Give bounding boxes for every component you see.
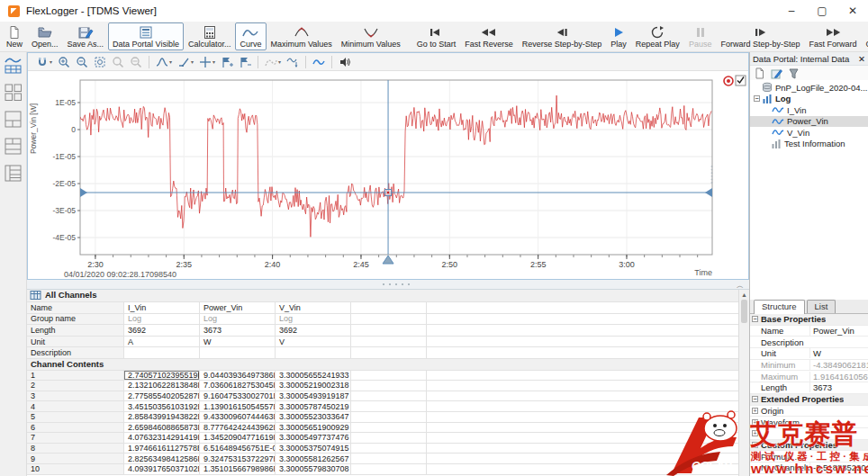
table-cell[interactable]: 7.03606182753045E-06	[200, 381, 276, 391]
table-cell[interactable]: 9.04403936497386E-06	[200, 371, 276, 381]
tree-item-log[interactable]: −Log	[750, 94, 868, 105]
dropdown-arrow-icon[interactable]: ▾	[169, 58, 172, 65]
table-cell[interactable]: 3.45150356103192E-06	[124, 401, 200, 411]
tab-list[interactable]: List	[807, 300, 836, 313]
dropdown-arrow-icon[interactable]: ▾	[50, 58, 52, 65]
tab-structure[interactable]: Structure	[754, 300, 805, 314]
go-to-end-button[interactable]: Go to End	[861, 22, 868, 50]
expander-minus-icon[interactable]: −	[754, 95, 760, 102]
table-cell[interactable]: 3.30005579830708	[276, 464, 351, 474]
chart-tool-cross-icon[interactable]: ▾	[199, 56, 215, 68]
save-as-button[interactable]: Save As...	[63, 22, 109, 50]
chart-tool-zoom-fit-icon[interactable]	[94, 56, 106, 68]
cursor-right-arrow-icon[interactable]	[705, 188, 712, 197]
data-portal-visible-button[interactable]: Data Portal Visible	[108, 22, 184, 50]
table-cell[interactable]: I_Vin	[124, 302, 200, 313]
table-cell[interactable]: 9.43300960744463E-06	[200, 412, 276, 422]
table-cell[interactable]: W	[200, 337, 276, 347]
table-cell[interactable]: 3.30005655241933	[276, 371, 351, 381]
table-cell[interactable]	[351, 314, 427, 325]
table-cell[interactable]: Log	[124, 314, 200, 325]
table-cell[interactable]	[351, 454, 427, 463]
table-cell[interactable]: 1.97466161127578E-06	[124, 444, 200, 454]
waveform-table-view-icon[interactable]	[4, 56, 23, 76]
table-cell[interactable]: 1.13901615054557E-05	[200, 401, 276, 411]
table-cell[interactable]	[351, 381, 427, 391]
table-cell[interactable]	[276, 347, 351, 358]
table-cell[interactable]: 3.30005493919187	[276, 391, 351, 401]
table-cell[interactable]: 3673	[200, 325, 276, 336]
expander-plus-icon[interactable]: +	[752, 408, 758, 414]
table-cell[interactable]: 2.13210622813848E-06	[124, 381, 200, 391]
cursor-left-arrow-icon[interactable]	[80, 188, 87, 197]
edit-icon[interactable]	[771, 67, 782, 79]
table-cell[interactable]	[351, 337, 427, 347]
table-cell[interactable]: 3.30005375074915	[276, 444, 351, 454]
table-cell[interactable]	[351, 444, 427, 454]
table-cell[interactable]: 2.74057102395519E-06	[124, 371, 200, 381]
table-cell[interactable]: 3692	[124, 325, 200, 336]
table-cell[interactable]: 2.77585540205287E-06	[124, 391, 200, 401]
expander-minus-icon[interactable]: −	[752, 396, 758, 402]
table-cell[interactable]: 2.82563498412586E-06	[124, 454, 200, 463]
repeat-play-button[interactable]: Repeat Play	[631, 22, 684, 50]
table-cell[interactable]: 9.16047533002701E-06	[200, 391, 276, 401]
table-cell[interactable]: 4.09391765037102E-06	[124, 464, 200, 474]
chart-tool-flag-plus-icon[interactable]	[221, 56, 233, 68]
table-cell[interactable]	[351, 423, 427, 433]
list-view-icon[interactable]	[4, 164, 23, 184]
data-portal-close-icon[interactable]: ✕	[858, 54, 865, 64]
table-cell[interactable]: 3.30005787450219	[276, 401, 351, 411]
table-cell[interactable]: Log	[276, 314, 351, 325]
tree-item-v-vin[interactable]: V_Vin	[750, 127, 868, 139]
table-cell[interactable]: Log	[200, 314, 276, 325]
tree-item-i-vin[interactable]: I_Vin	[750, 104, 868, 116]
play-button[interactable]: Play	[606, 22, 631, 50]
expander-minus-icon[interactable]: −	[752, 316, 758, 322]
chart-tool-bell-icon[interactable]: ▾	[156, 56, 172, 68]
curve-button[interactable]: Curve	[235, 22, 266, 50]
table-cell[interactable]: A	[124, 337, 200, 347]
table-cell[interactable]: 4.07632314291419E-06	[124, 433, 200, 443]
pause-button[interactable]: Pause	[684, 22, 717, 50]
open-button[interactable]: Open...	[27, 22, 63, 50]
mixed-panes-view-icon[interactable]	[4, 137, 23, 157]
horizontal-splitter[interactable]: ︿	[27, 280, 749, 290]
calculator-button[interactable]: Calculator...	[184, 22, 236, 50]
table-cell[interactable]: 3.30005651900929	[276, 423, 351, 433]
table-cell[interactable]: 3.30005581262567	[276, 454, 351, 463]
property-value[interactable]: -5.51888522012...	[809, 463, 868, 472]
table-cell[interactable]	[351, 302, 427, 313]
dropdown-arrow-icon[interactable]: ▾	[191, 58, 194, 65]
table-cell[interactable]: 6.516489456751E-06	[200, 444, 276, 454]
table-cell[interactable]	[351, 391, 427, 401]
chart-tool-slope-icon[interactable]: ▾	[177, 56, 194, 68]
close-button[interactable]: ✕	[837, 0, 868, 22]
fast-reverse-button[interactable]: Fast Reverse	[460, 22, 518, 50]
table-scrollbar[interactable]: ▲	[738, 290, 749, 476]
chart-tool-zoom-out-icon[interactable]	[76, 56, 88, 68]
expander-plus-icon[interactable]: +	[752, 430, 758, 436]
property-value[interactable]: -4.38490621811...	[809, 360, 868, 370]
table-cell[interactable]: 9.32475315372297E-06	[200, 454, 276, 463]
table-cell[interactable]: 3692	[276, 325, 351, 336]
new-file-icon[interactable]	[754, 67, 765, 79]
table-cell[interactable]: 1.35101566798986E-05	[200, 464, 276, 474]
filter-icon[interactable]	[788, 67, 800, 79]
tree-item-power-vin[interactable]: Power_Vin	[750, 116, 868, 128]
property-value[interactable]: 1.916416105670...	[809, 372, 868, 382]
table-cell[interactable]: V	[276, 337, 351, 347]
expander-plus-icon[interactable]: +	[752, 419, 758, 426]
table-cell[interactable]: 8.77764242443962E-06	[200, 423, 276, 433]
minimum-values-button[interactable]: Minimum Values	[337, 22, 405, 50]
table-cell[interactable]	[351, 401, 427, 411]
chart-tool-zoom-box-icon[interactable]	[112, 56, 124, 68]
table-cell[interactable]: V_Vin	[276, 302, 351, 313]
table-cell[interactable]	[351, 464, 427, 474]
tree-item-pnp-logfile-2020-04[interactable]: PnP_LogFile_2020-04...	[750, 82, 868, 94]
table-cell[interactable]	[351, 433, 427, 443]
cursor-bottom-handle-icon[interactable]	[383, 256, 393, 264]
chart-tool-zoom-in-icon[interactable]	[58, 56, 70, 68]
dropdown-arrow-icon[interactable]: ▾	[278, 58, 281, 65]
scroll-up-icon[interactable]: ▲	[739, 292, 749, 298]
